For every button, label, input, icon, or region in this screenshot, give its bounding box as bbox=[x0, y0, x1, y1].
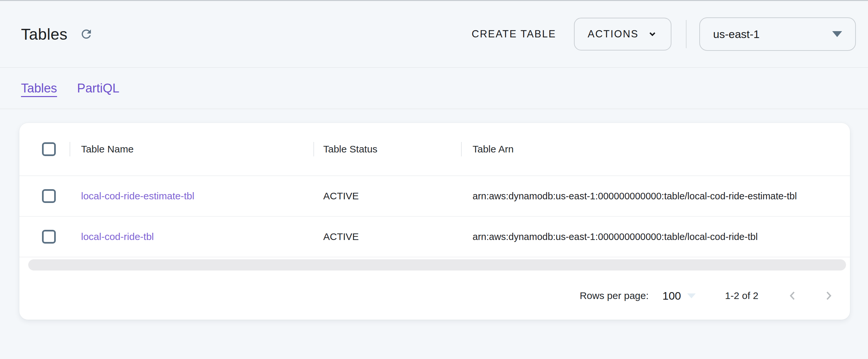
header-actions: CREATE TABLE ACTIONS us-east-1 bbox=[463, 18, 856, 51]
pagination-footer: Rows per page: 100 1-2 of 2 bbox=[19, 272, 850, 319]
row-checkbox[interactable] bbox=[42, 230, 56, 243]
column-header-table-status: Table Status bbox=[313, 123, 461, 175]
region-select[interactable]: us-east-1 bbox=[699, 18, 856, 51]
header-divider bbox=[686, 20, 686, 48]
previous-page-button[interactable] bbox=[786, 290, 799, 302]
chevron-right-icon bbox=[823, 290, 835, 302]
table-row: local-cod-ride-estimate-tbl ACTIVE arn:a… bbox=[19, 176, 850, 217]
rows-per-page-value: 100 bbox=[662, 290, 681, 302]
refresh-icon bbox=[80, 27, 93, 41]
tab-tables[interactable]: Tables bbox=[21, 81, 57, 95]
chevron-down-icon bbox=[647, 29, 658, 39]
cell-table-arn: arn:aws:dynamodb:us-east-1:000000000000:… bbox=[461, 217, 850, 257]
caret-down-icon bbox=[832, 31, 842, 37]
rows-per-page-select[interactable]: 100 bbox=[662, 290, 696, 302]
cell-table-status: ACTIVE bbox=[313, 176, 461, 216]
next-page-button[interactable] bbox=[823, 290, 835, 302]
create-table-button[interactable]: CREATE TABLE bbox=[463, 22, 564, 46]
actions-button[interactable]: ACTIONS bbox=[574, 18, 672, 51]
row-checkbox[interactable] bbox=[42, 189, 56, 203]
column-header-label: Table Name bbox=[81, 143, 133, 155]
app-header: Tables CREATE TABLE ACTIONS us-east-1 bbox=[0, 1, 868, 68]
table-row: local-cod-ride-tbl ACTIVE arn:aws:dynamo… bbox=[19, 217, 850, 257]
chevron-left-icon bbox=[786, 290, 799, 302]
table-arn-value: arn:aws:dynamodb:us-east-1:000000000000:… bbox=[472, 191, 797, 202]
row-checkbox-cell bbox=[19, 230, 69, 243]
table-name-link[interactable]: local-cod-ride-tbl bbox=[81, 231, 154, 242]
column-header-label: Table Status bbox=[323, 143, 377, 155]
title-group: Tables bbox=[21, 25, 93, 43]
cell-table-status: ACTIVE bbox=[313, 217, 461, 257]
cell-table-arn: arn:aws:dynamodb:us-east-1:000000000000:… bbox=[461, 176, 850, 216]
table-status-value: ACTIVE bbox=[323, 191, 359, 202]
header-checkbox-cell bbox=[19, 142, 69, 156]
refresh-button[interactable] bbox=[80, 27, 93, 41]
select-all-checkbox[interactable] bbox=[42, 142, 56, 156]
column-header-label: Table Arn bbox=[472, 143, 514, 155]
pagination-range: 1-2 of 2 bbox=[725, 290, 758, 301]
tables-card: Table Name Table Status Table Arn local-… bbox=[19, 123, 850, 320]
page-title: Tables bbox=[21, 25, 68, 43]
cell-table-name: local-cod-ride-estimate-tbl bbox=[69, 176, 313, 216]
tab-partiql[interactable]: PartiQL bbox=[77, 81, 120, 95]
table-header-row: Table Name Table Status Table Arn bbox=[19, 123, 850, 176]
rows-per-page-label: Rows per page: bbox=[580, 290, 648, 301]
tab-bar: Tables PartiQL bbox=[0, 68, 868, 109]
cell-table-name: local-cod-ride-tbl bbox=[69, 217, 313, 257]
main-area: Table Name Table Status Table Arn local-… bbox=[0, 109, 868, 320]
table-arn-value: arn:aws:dynamodb:us-east-1:000000000000:… bbox=[472, 231, 758, 242]
column-header-table-name: Table Name bbox=[69, 123, 313, 175]
horizontal-scrollbar[interactable] bbox=[28, 259, 846, 270]
row-checkbox-cell bbox=[19, 189, 69, 203]
horizontal-scrollbar-track bbox=[19, 257, 850, 272]
caret-down-icon bbox=[687, 293, 696, 298]
actions-button-label: ACTIONS bbox=[588, 28, 639, 40]
region-select-value: us-east-1 bbox=[713, 28, 760, 41]
table-name-link[interactable]: local-cod-ride-estimate-tbl bbox=[81, 191, 194, 202]
column-header-table-arn: Table Arn bbox=[461, 123, 850, 175]
table-status-value: ACTIVE bbox=[323, 231, 359, 242]
